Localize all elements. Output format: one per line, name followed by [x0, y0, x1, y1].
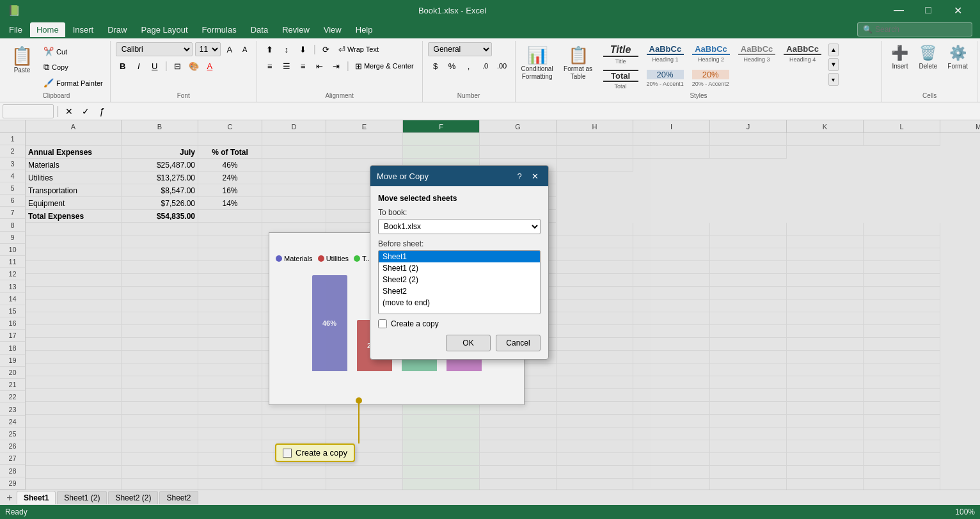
sheet-list-item-2[interactable]: Sheet1 (2)	[379, 262, 540, 274]
move-copy-dialog: Move or Copy ? ✕ Move selected sheets To…	[370, 165, 549, 360]
sheet-list-item-move-end[interactable]: (move to end)	[379, 297, 540, 308]
dialog-help-button[interactable]: ?	[512, 170, 526, 182]
move-sheets-label: Move selected sheets	[378, 194, 541, 203]
dialog-close-button[interactable]: ✕	[528, 170, 542, 182]
to-book-select[interactable]: Book1.xlsx	[378, 219, 541, 234]
before-sheet-listbox[interactable]: Sheet1 Sheet1 (2) Sheet2 (2) Sheet2 (mov…	[378, 250, 541, 314]
to-book-label: To book:	[378, 208, 541, 217]
dialog-buttons: OK Cancel	[378, 335, 541, 351]
sheet-list-item-1[interactable]: Sheet1	[379, 251, 540, 262]
dialog-titlebar: Move or Copy ? ✕	[370, 166, 548, 186]
sheet-list-item-4[interactable]: Sheet2	[379, 285, 540, 297]
dialog-cancel-button[interactable]: Cancel	[496, 335, 541, 351]
dialog-title: Move or Copy	[377, 172, 429, 181]
dialog-ok-button[interactable]: OK	[446, 335, 491, 351]
before-sheet-label: Before sheet:	[378, 239, 541, 248]
sheet-list-item-3[interactable]: Sheet2 (2)	[379, 274, 540, 285]
dialog-body: Move selected sheets To book: Book1.xlsx…	[370, 186, 548, 359]
create-copy-label: Create a copy	[391, 319, 439, 328]
create-copy-row: Create a copy	[378, 319, 541, 328]
create-copy-checkbox[interactable]	[378, 319, 387, 328]
dialog-overlay: Move or Copy ? ✕ Move selected sheets To…	[0, 0, 980, 519]
